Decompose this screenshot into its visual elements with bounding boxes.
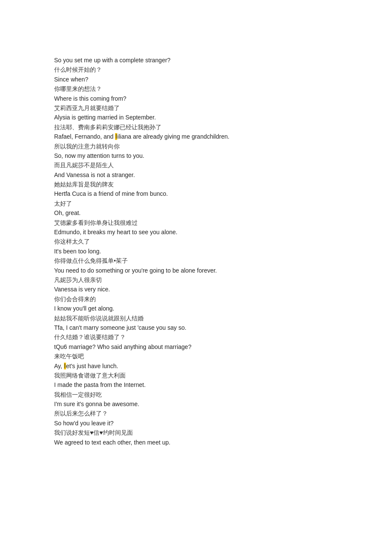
line-10: So, now my attention turns to you.	[54, 151, 338, 160]
main-content: So you set me up with a complete strange…	[54, 55, 338, 447]
line-25: 你们会合得来的	[54, 294, 338, 304]
line-6: Alysia is getting married in September.	[54, 113, 338, 122]
line-14: Hertfa Cuca is a friend of mine from bun…	[54, 189, 338, 198]
line-32: Ay, let's just have lunch.	[54, 361, 338, 371]
line-4: Where is this coming from?	[54, 94, 338, 103]
line-20: It's been too long.	[54, 247, 338, 256]
line-0: So you set me up with a complete strange…	[54, 55, 338, 65]
line-18: Edmundo, it breaks my heart to see you a…	[54, 227, 338, 237]
line-26: I know you'll get along.	[54, 304, 338, 313]
highlight-32: l	[64, 363, 66, 369]
line-30: tQu6 marriage? Who said anything about m…	[54, 342, 338, 352]
line-16: Oh, great.	[54, 208, 338, 218]
line-13: 她姑姑库旨是我的牌友	[54, 180, 338, 189]
line-17: 艾德蒙多看到你单身让我很难过	[54, 218, 338, 227]
line-9: 所以我的注意力就转向你	[54, 142, 338, 151]
line-38: So how'd you leave it?	[54, 418, 338, 428]
line-19: 你这样太久了	[54, 237, 338, 246]
line-7: 拉法耶、费南多莉莉安娜已经让我抱孙了	[54, 122, 338, 132]
line-34: I made the pasta from the Internet.	[54, 380, 338, 389]
line-23: 凡妮莎为人很亲切	[54, 275, 338, 285]
line-36: I'm sure it's gonna be awesome.	[54, 399, 338, 409]
line-5: 艾莉西亚九月就要结婚了	[54, 103, 338, 113]
line-11: 而且凡妮莎不是陌生人	[54, 160, 338, 170]
line-21: 你得做点什么免得孤单•茱子	[54, 256, 338, 265]
line-35: 我相信一定很好吃	[54, 390, 338, 399]
line-37: 所以后来怎么样了？	[54, 409, 338, 418]
line-31: 来吃午饭吧	[54, 352, 338, 361]
line-28: Tfa, I can't marry someone just 'cause y…	[54, 323, 338, 332]
line-2: Since when?	[54, 75, 338, 84]
line-12: And Vanessa is not a stranger.	[54, 170, 338, 180]
highlight-8: l	[115, 133, 117, 140]
line-15: 太好了	[54, 199, 338, 208]
line-27: 姑姑我不能听你说说就跟别人结婚	[54, 314, 338, 323]
line-33: 我照网络食谱做了意大利面	[54, 371, 338, 380]
line-22: You need to do something or you're going…	[54, 266, 338, 275]
line-39: 我们说好发短♥信♥约时间见面	[54, 428, 338, 437]
line-1: 什么时候开始的？	[54, 65, 338, 74]
line-29: 什久结婚？谁说要结婚了？	[54, 332, 338, 342]
line-8: Rafael, Fernando, and liliana are alread…	[54, 132, 338, 141]
line-24: Vanessa is very nice.	[54, 285, 338, 294]
line-3: 你哪里来的想法？	[54, 84, 338, 93]
line-40: We agreed to text each other, then meet …	[54, 438, 338, 447]
